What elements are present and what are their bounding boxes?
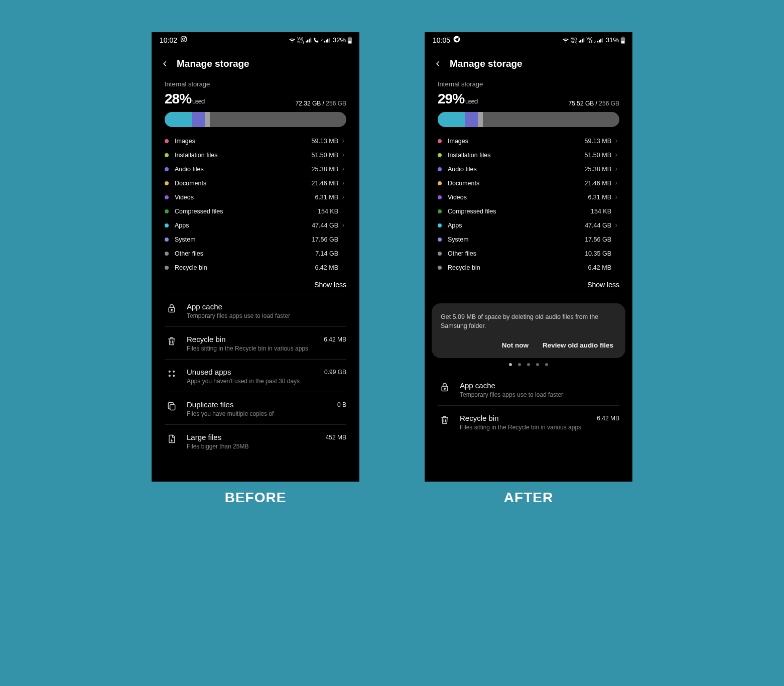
category-label: Apps [175,222,312,229]
category-row-apps[interactable]: Apps47.44 GB [162,218,349,233]
category-label: Installation files [175,152,311,159]
svg-rect-8 [326,40,327,42]
category-size: 51.50 MB [584,152,611,159]
category-row-other: Other files7.14 GB [162,247,349,261]
chevron-right-icon [341,166,346,172]
status-time: 10:05 [433,36,450,44]
category-dot-icon [165,238,169,242]
category-size: 59.13 MB [584,138,611,145]
svg-rect-10 [329,38,330,42]
storage-subtitle: Internal storage [165,80,346,88]
show-less-button[interactable]: Show less [159,275,352,294]
category-row-docs[interactable]: Documents21.46 MB [435,176,622,190]
action-row[interactable]: Recycle binFiles sitting in the Recycle … [165,327,346,360]
action-row[interactable]: App cacheTemporary files apps use to loa… [165,294,346,327]
action-row[interactable]: Unused appsApps you haven't used in the … [165,360,346,392]
category-dot-icon [438,209,442,213]
category-dot-icon [165,209,169,213]
category-dot-icon [438,153,442,157]
storage-subtitle: Internal storage [438,80,619,88]
category-size: 6.31 MB [315,194,338,201]
category-dot-icon [165,223,169,227]
trash-icon [165,335,179,346]
category-size: 154 KB [591,208,611,215]
chevron-right-icon [614,194,619,200]
storage-percent: 29%used [438,91,477,107]
action-list: App cacheTemporary files apps use to loa… [432,373,625,438]
category-size: 21.46 MB [584,180,611,187]
action-subtitle: Apps you haven't used in the past 30 day… [187,378,314,385]
action-size: 452 MB [322,433,346,441]
signal-icon [579,38,585,43]
svg-rect-32 [621,41,624,43]
action-row[interactable]: Large filesFiles bigger than 25MB452 MB [165,425,346,457]
signal-icon-2 [324,38,330,43]
category-row-images[interactable]: Images59.13 MB [435,134,622,148]
category-row-images[interactable]: Images59.13 MB [162,134,349,148]
phone-icon [313,37,319,43]
page-header: Manage storage [425,47,632,78]
action-subtitle: Files sitting in the Recycle bin in vari… [460,424,587,431]
not-now-button[interactable]: Not now [502,341,529,349]
action-size [322,302,346,303]
category-size: 17.56 GB [312,236,338,243]
category-row-videos[interactable]: Videos6.31 MB [435,190,622,204]
category-row-apps[interactable]: Apps47.44 GB [435,218,622,233]
category-label: Videos [448,194,588,201]
category-row-system: System17.56 GB [162,233,349,247]
trash-icon [438,414,452,425]
category-label: System [448,236,585,243]
grid-icon [165,368,179,379]
category-row-system: System17.56 GB [435,233,622,247]
page-title: Manage storage [450,58,522,69]
action-size: 6.42 MB [595,414,619,422]
category-size: 47.44 GB [585,222,611,229]
svg-rect-25 [583,38,584,42]
back-button[interactable] [434,59,443,68]
status-bar: 10:05 Vo)5G) Vo)LTE2 31% [425,32,632,47]
caption-row: BEFORE AFTER [152,490,632,506]
chevron-right-icon [341,222,346,228]
category-label: Videos [175,194,315,201]
category-dot-icon [438,266,442,270]
action-row[interactable]: Duplicate filesFiles you have multiple c… [165,392,346,425]
category-dot-icon [165,252,169,256]
svg-point-19 [173,375,175,377]
category-label: Installation files [448,152,584,159]
status-time: 10:02 [160,36,177,44]
show-less-button[interactable]: Show less [432,275,625,294]
category-label: System [175,236,312,243]
action-row[interactable]: Recycle binFiles sitting in the Recycle … [438,406,619,438]
copy-icon [165,400,179,411]
chevron-right-icon [614,152,619,158]
category-row-videos[interactable]: Videos6.31 MB [162,190,349,204]
category-label: Other files [175,250,315,257]
category-label: Documents [175,180,311,187]
svg-rect-34 [444,388,446,390]
instagram-icon [180,36,187,44]
category-row-docs[interactable]: Documents21.46 MB [162,176,349,190]
review-button[interactable]: Review old audio files [543,341,613,349]
action-title: Duplicate files [187,400,314,409]
category-row-audio[interactable]: Audio files25.38 MB [435,162,622,176]
category-row-audio[interactable]: Audio files25.38 MB [162,162,349,176]
category-row-install[interactable]: Installation files51.50 MB [435,148,622,162]
back-button[interactable] [161,59,170,68]
action-list: App cacheTemporary files apps use to loa… [159,294,352,457]
phone-before: 10:02 Vo)5G) 2 32% Manage storage [152,32,359,482]
svg-rect-15 [171,309,173,311]
svg-rect-3 [306,41,307,42]
action-row[interactable]: App cacheTemporary files apps use to loa… [438,373,619,406]
card-pagination[interactable] [432,363,625,366]
category-size: 17.56 GB [585,236,611,243]
action-size: 0.99 GB [322,368,346,376]
telegram-icon [453,36,460,44]
category-label: Other files [448,250,585,257]
svg-rect-24 [582,39,583,43]
action-size: 6.42 MB [322,335,346,343]
svg-rect-27 [599,40,600,42]
category-size: 47.44 GB [312,222,338,229]
action-title: App cache [460,381,587,390]
category-dot-icon [438,238,442,242]
category-row-install[interactable]: Installation files51.50 MB [162,148,349,162]
